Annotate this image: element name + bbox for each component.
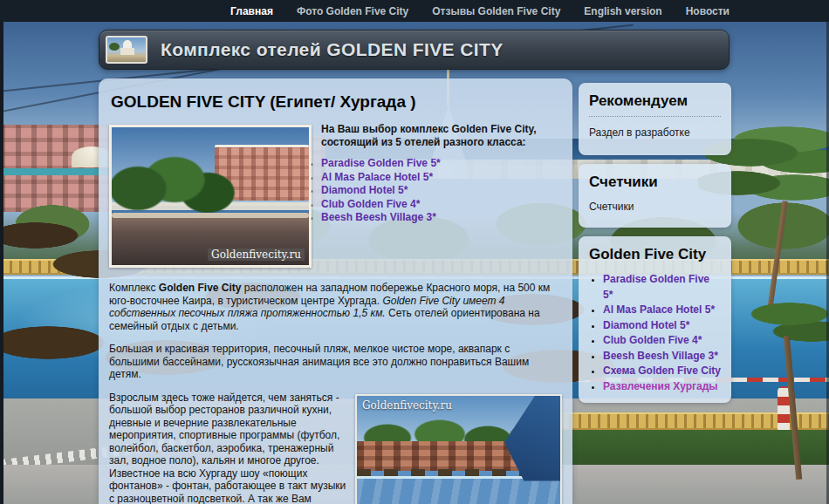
- brand-name: Golden Five City: [159, 282, 242, 294]
- text-run: Взрослым здесь тоже найдется, чем занять…: [109, 392, 346, 504]
- sidebar-link-diamond[interactable]: Diamond Hotel 5*: [603, 319, 689, 331]
- photo1-palms: [112, 153, 309, 219]
- sidebar-hotels-title: Golden Five City: [589, 246, 721, 263]
- site-title: Комплекс отелей GOLDEN FIVE CITY: [161, 39, 504, 60]
- article: Goldenfivecity.ru На Ваш выбор комплекс …: [109, 123, 562, 504]
- photo2-building: [357, 441, 527, 471]
- dotted-divider: [589, 116, 721, 117]
- main-content-panel: GOLDEN FIVE CITY (Египет/ Хургада ) Gold…: [99, 78, 572, 504]
- nav-item-reviews[interactable]: Отзывы Golden Five City: [432, 5, 560, 17]
- sidebar: Рекомендуем Раздел в разработке Счетчики…: [579, 83, 731, 412]
- sidebar-link-al-mas[interactable]: Al Mas Palace Hotel 5*: [603, 303, 715, 316]
- link-diamond-hotel[interactable]: Diamond Hotel 5*: [321, 184, 408, 196]
- sidebar-link-beesh-beesh[interactable]: Beesh Beesh Village 3*: [603, 350, 718, 362]
- logo-palm-icon: [109, 43, 120, 51]
- list-item: Al Mas Palace Hotel 5*: [603, 302, 721, 317]
- list-item: Paradise Golden Five 5*: [603, 271, 721, 302]
- site-header: Комплекс отелей GOLDEN FIVE CITY: [99, 30, 730, 70]
- sidebar-counters-title: Счетчики: [589, 174, 721, 191]
- sidebar-link-scheme[interactable]: Схема Golden Five City: [603, 364, 721, 377]
- nav-item-photos[interactable]: Фото Golden Five City: [297, 5, 408, 17]
- pool-photo-2: Goldenfivecity.ru: [355, 394, 562, 504]
- paragraph-family: Большая и красивая территория, песочный …: [109, 343, 562, 381]
- top-nav-bar: Главная Фото Golden Five City Отзывы Gol…: [0, 0, 829, 22]
- paragraph-location: Комплекс Golden Five City расположен на …: [109, 273, 562, 332]
- sidebar-box-counters: Счетчики Счетчики: [579, 164, 731, 228]
- list-item: Схема Golden Five City: [603, 363, 721, 378]
- page-title: GOLDEN FIVE CITY (Египет/ Хургада ): [111, 92, 562, 112]
- nav-item-english-version[interactable]: English version: [584, 5, 661, 17]
- sidebar-link-entertainment[interactable]: Развлечения Хургады: [603, 380, 718, 392]
- list-item: Diamond Hotel 5*: [603, 317, 721, 333]
- nav-item-news[interactable]: Новости: [686, 5, 730, 17]
- sidebar-box-recommend: Рекомендуем Раздел в разработке: [579, 83, 731, 155]
- photo2-watermark: Goldenfivecity.ru: [362, 399, 452, 412]
- sidebar-hotel-links: Paradise Golden Five 5* Al Mas Palace Ho…: [589, 271, 721, 393]
- photo1-watermark: Goldenfivecity.ru: [208, 249, 305, 262]
- sidebar-recommend-title: Рекомендуем: [589, 92, 721, 110]
- sidebar-link-club[interactable]: Club Golden Five 4*: [603, 334, 702, 346]
- top-nav: Главная Фото Golden Five City Отзывы Gol…: [230, 0, 730, 22]
- link-club-golden-five[interactable]: Club Golden Five 4*: [321, 198, 420, 210]
- sidebar-box-hotels: Golden Five City Paradise Golden Five 5*…: [579, 236, 731, 403]
- sidebar-link-paradise[interactable]: Paradise Golden Five 5*: [603, 273, 709, 301]
- site-logo-photo[interactable]: [106, 36, 147, 64]
- link-paradise-golden-five[interactable]: Paradise Golden Five 5*: [321, 157, 441, 169]
- list-item: Club Golden Five 4*: [603, 332, 721, 348]
- list-item: Beesh Beesh Village 3*: [603, 348, 721, 364]
- hotel-photo-1: Goldenfivecity.ru: [109, 125, 312, 268]
- list-item: Развлечения Хургады: [603, 378, 721, 394]
- text-run: Комплекс: [109, 282, 159, 294]
- link-beesh-beesh-village[interactable]: Beesh Beesh Village 3*: [321, 211, 436, 223]
- sidebar-recommend-note: Раздел в разработке: [589, 126, 721, 139]
- nav-item-home[interactable]: Главная: [230, 5, 273, 17]
- photo1-curb: [112, 213, 309, 218]
- bg-left-edge: [0, 22, 3, 504]
- page: Главная Фото Golden Five City Отзывы Gol…: [0, 0, 829, 504]
- sidebar-counters-note: Счетчики: [589, 201, 721, 213]
- link-al-mas-palace[interactable]: Al Mas Palace Hotel 5*: [321, 171, 433, 183]
- logo-gazebo-base: [120, 48, 134, 55]
- paragraph-adults-block: Goldenfivecity.ru Взрослым здесь тоже на…: [109, 392, 562, 504]
